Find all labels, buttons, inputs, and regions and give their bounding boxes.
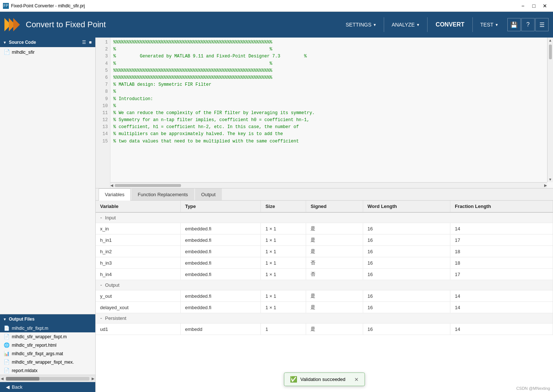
- col-signed: Signed: [306, 201, 363, 212]
- scroll-right-icon[interactable]: ▶: [91, 377, 95, 381]
- sidebar-item-mlhdlc-sfir[interactable]: 📄 mlhdlc_sfir: [0, 47, 95, 57]
- table-section-output: ⁃ Output: [96, 280, 553, 290]
- cell-variable: delayed_xout: [96, 302, 180, 313]
- minimize-button[interactable]: −: [518, 1, 528, 11]
- cell-signed: 是: [306, 302, 363, 313]
- table-row: h_in4 embedded.fi 1 × 1 否 16 17: [96, 269, 553, 280]
- output-file-name-3: mlhdlc_sfir_fixpt_args.mat: [12, 351, 63, 356]
- tab-variables[interactable]: Variables: [99, 188, 131, 201]
- output-item-wrapper-fixpt[interactable]: 📄 mlhdlc_sfir_wrapper_fixpt.m: [0, 332, 95, 341]
- cell-signed: 是: [306, 290, 363, 302]
- table-row: h_in3 embedded.fi 1 × 1 否 16 18: [96, 257, 553, 269]
- section-collapse-icon[interactable]: ⁃: [100, 283, 102, 287]
- menu-button[interactable]: ☰: [535, 18, 549, 31]
- output-file-icon-5: 📄: [4, 368, 10, 373]
- cell-signed: 否: [306, 269, 363, 280]
- section-collapse-icon[interactable]: ⁃: [100, 216, 102, 220]
- h-scroll-right-icon[interactable]: ▶: [544, 183, 547, 187]
- cell-size: 1 × 1: [261, 234, 306, 246]
- code-editor: 1 2 3 4 5 6 7 8 9 10 11 12 13 14 15 %%%%…: [96, 38, 553, 188]
- back-label: Back: [12, 384, 22, 390]
- code-horizontal-scrollbar[interactable]: ◀ ▶: [110, 182, 547, 188]
- output-file-icon-1: 📄: [4, 334, 10, 339]
- cell-fraction-length: 17: [450, 234, 553, 246]
- cell-size: 1 × 1: [261, 290, 306, 302]
- cell-word-length: 16: [363, 257, 450, 269]
- output-item-wrapper-mex[interactable]: 📄 mlhdlc_sfir_wrapper_fixpt_mex.: [0, 358, 95, 366]
- output-file-name-5: report.mldatx: [12, 368, 38, 373]
- test-chevron-icon: ▼: [495, 23, 499, 27]
- cell-size: 1 × 1: [261, 246, 306, 257]
- main-layout: ▼ Source Code ☰ ■ 📄 mlhdlc_sfir ▼ Output…: [0, 38, 553, 392]
- cell-signed: 是: [306, 234, 363, 246]
- output-file-name-1: mlhdlc_sfir_wrapper_fixpt.m: [12, 334, 67, 339]
- save-button[interactable]: 💾: [507, 18, 521, 31]
- test-button[interactable]: TEST ▼: [476, 12, 503, 38]
- cell-fraction-length: 14: [450, 223, 553, 234]
- analyze-chevron-icon: ▼: [416, 23, 420, 27]
- cell-type: embedded.fi: [180, 246, 260, 257]
- title-bar: FP Fixed-Point Converter - mlhdlc_sfir.p…: [0, 0, 553, 12]
- cell-size: 1 × 1: [261, 257, 306, 269]
- analyze-button[interactable]: ANALYZE ▼: [387, 12, 424, 38]
- scroll-up-icon[interactable]: ▲: [548, 38, 553, 43]
- cell-word-length: 16: [363, 269, 450, 280]
- cell-word-length: 16: [363, 234, 450, 246]
- arrow3-icon: [13, 18, 20, 31]
- col-size: Size: [261, 201, 306, 212]
- source-collapse-icon[interactable]: ▼: [3, 40, 7, 45]
- scroll-down-icon[interactable]: ▼: [548, 177, 553, 182]
- output-files-header: ▼ Output Files: [0, 314, 95, 324]
- output-file-name-4: mlhdlc_sfir_wrapper_fixpt_mex.: [12, 360, 74, 365]
- col-fraction-length: Fraction Length: [450, 201, 553, 212]
- cell-size: 1 × 1: [261, 302, 306, 313]
- cell-fraction-length: 14: [450, 290, 553, 302]
- settings-button[interactable]: SETTINGS ▼: [341, 12, 381, 38]
- cell-size: 1 × 1: [261, 223, 306, 234]
- table-row: y_out embedded.fi 1 × 1 是 16 14: [96, 290, 553, 302]
- cell-word-length: 16: [363, 223, 450, 234]
- h-scroll-left-icon[interactable]: ◀: [110, 183, 113, 187]
- col-word-length: Word Length: [363, 201, 450, 212]
- validation-toast: ✅ Validation succeeded ✕: [284, 372, 365, 386]
- output-file-name-0: mlhdlc_sfir_fixpt.m: [12, 326, 48, 331]
- source-file-name: mlhdlc_sfir: [12, 49, 35, 55]
- grid-view-button[interactable]: ■: [88, 40, 92, 45]
- output-files-section: ▼ Output Files 📄 mlhdlc_sfir_fixpt.m 📄 m…: [0, 314, 95, 375]
- help-button[interactable]: ?: [521, 18, 535, 31]
- cell-variable: h_in2: [96, 246, 180, 257]
- code-content[interactable]: %%%%%%%%%%%%%%%%%%%%%%%%%%%%%%%%%%%%%%%%…: [110, 38, 553, 188]
- table-row: h_in2 embedded.fi 1 × 1 是 16 18: [96, 246, 553, 257]
- output-item-fixpt[interactable]: 📄 mlhdlc_sfir_fixpt.m: [0, 324, 95, 332]
- cell-variable: h_in3: [96, 257, 180, 269]
- cell-type: embedd: [180, 324, 260, 335]
- content-area: 1 2 3 4 5 6 7 8 9 10 11 12 13 14 15 %%%%…: [96, 38, 553, 392]
- cell-fraction-length: 18: [450, 246, 553, 257]
- cell-word-length: 16: [363, 290, 450, 302]
- close-button[interactable]: ✕: [540, 1, 550, 11]
- back-button[interactable]: ◀ Back: [0, 382, 95, 392]
- tab-output[interactable]: Output: [195, 188, 222, 200]
- app-icon: FP: [3, 3, 9, 9]
- section-collapse-icon[interactable]: ⁃: [100, 316, 102, 321]
- title-bar-left: FP Fixed-Point Converter - mlhdlc_sfir.p…: [3, 3, 85, 9]
- settings-label: SETTINGS: [345, 22, 371, 28]
- sidebar-scrollbar-track[interactable]: [6, 377, 89, 381]
- code-vertical-scrollbar[interactable]: ▲ ▼: [547, 38, 553, 182]
- maximize-button[interactable]: □: [529, 1, 539, 11]
- tab-function-replacements[interactable]: Function Replacements: [131, 188, 194, 200]
- scroll-left-icon[interactable]: ◀: [0, 377, 4, 381]
- output-item-report-html[interactable]: 🌐 mlhdlc_sfir_report.html: [0, 341, 95, 349]
- output-collapse-icon[interactable]: ▼: [3, 317, 7, 321]
- watermark: CSDN @MNexting: [516, 386, 550, 391]
- output-item-args-mat[interactable]: 📊 mlhdlc_sfir_fixpt_args.mat: [0, 349, 95, 358]
- output-item-report-mldatx[interactable]: 📄 report.mldatx: [0, 366, 95, 375]
- tabs-bar: Variables Function Replacements Output: [96, 188, 553, 201]
- window-controls: − □ ✕: [518, 1, 550, 11]
- list-view-button[interactable]: ☰: [81, 40, 87, 45]
- cell-word-length: 16: [363, 246, 450, 257]
- convert-button[interactable]: CONVERT: [430, 12, 469, 38]
- output-file-icon-3: 📊: [4, 351, 10, 356]
- separator2: [427, 17, 428, 32]
- toast-close-button[interactable]: ✕: [354, 377, 359, 382]
